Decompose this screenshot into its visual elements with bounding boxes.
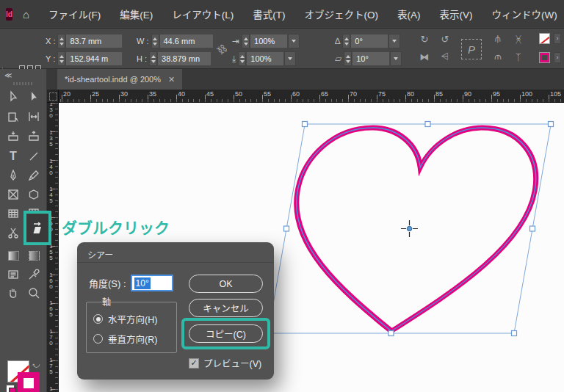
- direct-selection-tool[interactable]: [24, 88, 44, 106]
- stroke-expand-button[interactable]: ›: [554, 52, 561, 63]
- shear-tool-highlight[interactable]: [24, 211, 51, 245]
- fill-expand-button[interactable]: ›: [554, 33, 561, 44]
- distribute-down-icon[interactable]: ⫙: [491, 49, 505, 64]
- angle-input[interactable]: 10°: [131, 275, 173, 291]
- menu-file[interactable]: ファイル(F): [48, 7, 101, 21]
- v-ruler-label: 180: [48, 385, 54, 392]
- stroke-magenta-swatch[interactable]: [539, 52, 550, 63]
- cancel-button[interactable]: キャンセル: [189, 299, 263, 317]
- x-field[interactable]: 83.7 mm: [65, 34, 123, 48]
- collapse-panel-icon[interactable]: ≪: [4, 71, 12, 79]
- rotation-stepper[interactable]: [342, 34, 350, 48]
- w-field[interactable]: 44.6 mm: [159, 34, 214, 48]
- rotation-dropdown[interactable]: [388, 34, 400, 48]
- shape-tool[interactable]: [24, 186, 44, 203]
- vertical-ruler[interactable]: 130135140145150155160165170175180: [47, 103, 59, 392]
- home-icon[interactable]: ⌂: [23, 8, 29, 21]
- v-ruler-label: 160: [48, 272, 54, 289]
- stroke-swatch[interactable]: [18, 372, 40, 392]
- copy-button[interactable]: コピー(C): [189, 324, 263, 343]
- flip-vertical-icon[interactable]: ⩤: [438, 49, 452, 64]
- distribute-children-icon[interactable]: ⫛: [491, 32, 505, 46]
- rotate-cw-icon[interactable]: ↻: [417, 32, 432, 46]
- content-collector-tool[interactable]: [3, 128, 24, 145]
- flip-horizontal-icon[interactable]: ⧓: [417, 49, 432, 64]
- ok-button[interactable]: OK: [189, 275, 263, 293]
- menu-view[interactable]: 表示(V): [439, 7, 472, 21]
- gradient-swatch-tool[interactable]: [3, 247, 24, 264]
- scale-y-stepper[interactable]: [238, 51, 246, 66]
- hand-tool[interactable]: [3, 284, 24, 302]
- indesign-logo-icon[interactable]: Id: [6, 8, 12, 21]
- pencil-tool[interactable]: [24, 167, 44, 184]
- document-tab[interactable]: *id-sheartool.indd @ 200% ✕: [57, 69, 182, 90]
- default-fill-stroke-icon[interactable]: [6, 385, 15, 392]
- horizontal-radio[interactable]: [93, 314, 103, 324]
- shear-tool-icon: [30, 221, 45, 236]
- shear-angle-icon: ▱: [335, 54, 341, 64]
- gap-tool[interactable]: [24, 108, 44, 126]
- preview-checkbox[interactable]: ✓: [189, 358, 199, 369]
- zoom-tool[interactable]: [24, 284, 44, 302]
- scale-x-stepper[interactable]: [242, 34, 250, 48]
- h-stepper[interactable]: [149, 51, 157, 66]
- line-tool[interactable]: [24, 148, 44, 165]
- h-ruler-label: 80: [407, 90, 414, 98]
- menu-layout[interactable]: レイアウト(L): [172, 7, 234, 21]
- content-placer-tool[interactable]: [24, 128, 44, 145]
- panel-drag-grip[interactable]: [13, 82, 34, 85]
- x-label: X :: [46, 37, 55, 46]
- h-ruler-label: 90: [464, 90, 471, 98]
- distribute-siblings-icon[interactable]: ᚸ: [511, 32, 526, 46]
- shear-stepper[interactable]: [344, 51, 352, 66]
- v-ruler-label: 175: [48, 357, 54, 374]
- type-tool[interactable]: T: [3, 148, 24, 165]
- scale-x-field[interactable]: 100%: [250, 34, 288, 48]
- eyedropper-tool[interactable]: [24, 266, 44, 283]
- h-field[interactable]: 38.879 mn: [157, 51, 212, 66]
- distribute-right-icon[interactable]: ᛉ: [511, 49, 526, 64]
- x-stepper[interactable]: [57, 34, 65, 48]
- w-stepper[interactable]: [151, 34, 159, 48]
- h-ruler-label: 25: [92, 90, 99, 98]
- shear-field[interactable]: 10°: [352, 51, 390, 66]
- vertical-radio[interactable]: [93, 334, 103, 344]
- y-field[interactable]: 152.944 m: [65, 51, 123, 66]
- scale-y-field[interactable]: 100%: [246, 51, 284, 66]
- ruler-origin-corner[interactable]: [47, 90, 59, 103]
- gradient-feather-tool[interactable]: [24, 247, 44, 264]
- menu-object[interactable]: オブジェクト(O): [304, 7, 378, 21]
- horizontal-ruler[interactable]: 2025303540455055606570758085909510010511…: [59, 90, 564, 103]
- rotation-field[interactable]: 0°: [350, 34, 388, 48]
- scale-y-dropdown[interactable]: [284, 51, 296, 66]
- scale-x-dropdown[interactable]: [288, 34, 300, 48]
- tab-bar: *id-sheartool.indd @ 200% ✕: [0, 69, 564, 90]
- menu-edit[interactable]: 編集(E): [120, 7, 153, 21]
- h-ruler-label: 105: [550, 90, 561, 98]
- scissors-tool[interactable]: [3, 224, 24, 242]
- transform-center-target[interactable]: [401, 220, 418, 237]
- note-tool[interactable]: [3, 266, 24, 283]
- select-container-icon[interactable]: P: [461, 39, 482, 59]
- tab-close-icon[interactable]: ✕: [168, 75, 175, 84]
- fill-none-swatch[interactable]: [539, 33, 550, 44]
- swap-fill-stroke-icon[interactable]: ⤸: [32, 363, 40, 368]
- horizontal-grid-tool[interactable]: [3, 205, 24, 222]
- frame-tool[interactable]: [3, 186, 24, 203]
- dialog-title: シアー: [87, 248, 113, 261]
- menu-table[interactable]: 表(A): [397, 7, 421, 21]
- h-ruler-label: 75: [378, 90, 386, 98]
- shear-dropdown[interactable]: [390, 51, 402, 66]
- selection-tool[interactable]: [3, 88, 24, 106]
- h-ruler-label: 50: [235, 90, 242, 98]
- rotate-ccw-icon[interactable]: ↺: [438, 32, 452, 46]
- h-ruler-label: 40: [178, 90, 185, 98]
- pen-tool[interactable]: [3, 167, 24, 184]
- h-ruler-label: 100: [521, 90, 532, 98]
- page-tool[interactable]: [3, 108, 24, 126]
- menu-type[interactable]: 書式(T): [253, 7, 285, 21]
- y-stepper[interactable]: [57, 51, 65, 66]
- menu-window[interactable]: ウィンドウ(W): [491, 7, 557, 21]
- constrain-wh-icon[interactable]: ⛓: [212, 39, 232, 59]
- v-ruler-label: 165: [48, 300, 54, 317]
